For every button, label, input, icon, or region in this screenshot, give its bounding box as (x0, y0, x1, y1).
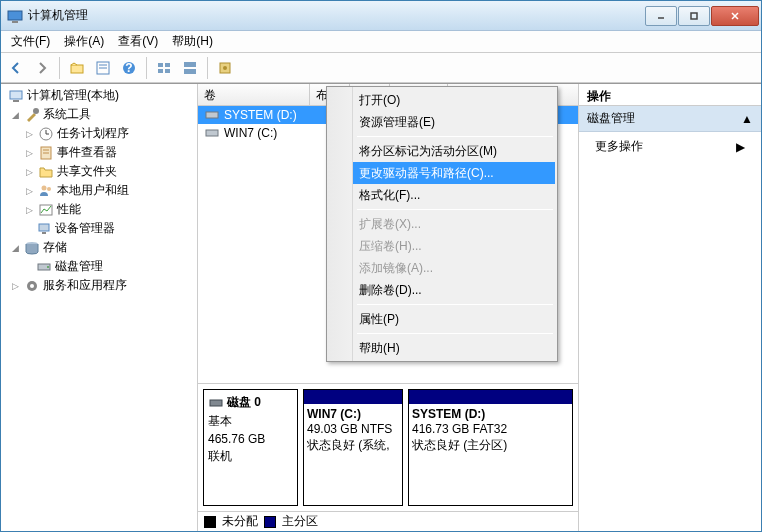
properties-button[interactable] (92, 57, 114, 79)
tools-icon (24, 107, 40, 123)
svg-rect-15 (165, 69, 170, 73)
back-button[interactable] (5, 57, 27, 79)
svg-rect-3 (691, 13, 697, 19)
services-icon (24, 278, 40, 294)
svg-rect-6 (71, 65, 83, 73)
volume-icon (204, 107, 220, 123)
actions-pane: 操作 磁盘管理 ▲ 更多操作 ▶ (579, 84, 761, 531)
expander-icon[interactable]: ▷ (10, 280, 21, 291)
legend-unallocated-label: 未分配 (222, 513, 258, 530)
view-button-2[interactable] (179, 57, 201, 79)
legend-primary-icon (264, 516, 276, 528)
tree-system-tools[interactable]: ◢ 系统工具 (1, 105, 197, 124)
tree-event-viewer[interactable]: ▷ 事件查看器 (1, 143, 197, 162)
toolbar: ? (1, 53, 761, 83)
clock-icon (38, 126, 54, 142)
ctx-mirror: 添加镜像(A)... (329, 257, 555, 279)
volume-icon (204, 125, 220, 141)
svg-rect-39 (206, 112, 218, 118)
window-buttons (645, 6, 759, 26)
minimize-button[interactable] (645, 6, 677, 26)
svg-rect-40 (206, 130, 218, 136)
close-button[interactable] (711, 6, 759, 26)
ctx-help[interactable]: 帮助(H) (329, 337, 555, 359)
col-volume[interactable]: 卷 (198, 84, 310, 105)
content-area: 计算机管理(本地) ◢ 系统工具 ▷ 任务计划程序 ▷ 事件查看器 (1, 83, 761, 531)
tree-performance[interactable]: ▷ 性能 (1, 200, 197, 219)
ctx-change-letter[interactable]: 更改驱动器号和路径(C)... (329, 162, 555, 184)
tree-disk-management[interactable]: 磁盘管理 (1, 257, 197, 276)
ctx-shrink: 压缩卷(H)... (329, 235, 555, 257)
tree-root[interactable]: 计算机管理(本地) (1, 86, 197, 105)
expander-icon[interactable]: ▷ (24, 185, 35, 196)
ctx-format[interactable]: 格式化(F)... (329, 184, 555, 206)
tree-task-scheduler[interactable]: ▷ 任务计划程序 (1, 124, 197, 143)
ctx-open[interactable]: 打开(O) (329, 89, 555, 111)
partition-system[interactable]: SYSTEM (D:) 416.73 GB FAT32 状态良好 (主分区) (408, 389, 573, 506)
svg-rect-0 (8, 11, 22, 20)
svg-rect-17 (184, 69, 196, 74)
expander-icon[interactable]: ◢ (10, 242, 21, 253)
view-button-1[interactable] (153, 57, 175, 79)
folder-icon (38, 164, 54, 180)
menu-operation[interactable]: 操作(A) (58, 31, 110, 52)
up-button[interactable] (66, 57, 88, 79)
device-icon (36, 221, 52, 237)
users-icon (38, 183, 54, 199)
svg-rect-12 (158, 63, 163, 67)
expander-icon[interactable]: ▷ (24, 166, 35, 177)
svg-point-19 (223, 66, 227, 70)
context-menu: 打开(O) 资源管理器(E) 将分区标记为活动分区(M) 更改驱动器号和路径(C… (326, 86, 558, 362)
triangle-right-icon: ▶ (736, 140, 745, 154)
help-button[interactable]: ? (118, 57, 140, 79)
computer-management-window: 计算机管理 文件(F) 操作(A) 查看(V) 帮助(H) ? 计算 (0, 0, 762, 532)
ctx-extend: 扩展卷(X)... (329, 213, 555, 235)
forward-button[interactable] (31, 57, 53, 79)
disk-info-0[interactable]: 磁盘 0 基本 465.76 GB 联机 (203, 389, 298, 506)
svg-rect-21 (13, 100, 19, 102)
maximize-button[interactable] (678, 6, 710, 26)
actions-header: 操作 (579, 84, 761, 106)
tree-services-apps[interactable]: ▷ 服务和应用程序 (1, 276, 197, 295)
disk-icon (36, 259, 52, 275)
ctx-explorer[interactable]: 资源管理器(E) (329, 111, 555, 133)
svg-point-30 (47, 187, 51, 191)
expander-icon[interactable]: ▷ (24, 204, 35, 215)
disk-graphical-panel: 磁盘 0 基本 465.76 GB 联机 WIN7 (C:) 49.03 GB … (198, 383, 578, 531)
svg-point-38 (30, 284, 34, 288)
tree-local-users[interactable]: ▷ 本地用户和组 (1, 181, 197, 200)
svg-point-29 (42, 185, 47, 190)
storage-icon (24, 240, 40, 256)
svg-point-36 (47, 266, 49, 268)
expander-icon[interactable]: ▷ (24, 147, 35, 158)
ctx-mark-active[interactable]: 将分区标记为活动分区(M) (329, 140, 555, 162)
svg-rect-33 (42, 232, 46, 234)
svg-rect-32 (39, 224, 49, 231)
performance-icon (38, 202, 54, 218)
expander-icon[interactable]: ◢ (10, 109, 21, 120)
settings-button[interactable] (214, 57, 236, 79)
legend-unallocated-icon (204, 516, 216, 528)
svg-rect-14 (158, 69, 163, 73)
actions-more[interactable]: 更多操作 ▶ (579, 132, 761, 161)
svg-rect-20 (10, 91, 22, 99)
svg-text:?: ? (125, 61, 132, 75)
svg-point-22 (33, 108, 39, 114)
expander-icon[interactable]: ▷ (24, 128, 35, 139)
legend-primary-label: 主分区 (282, 513, 318, 530)
event-icon (38, 145, 54, 161)
partition-win7[interactable]: WIN7 (C:) 49.03 GB NTFS 状态良好 (系统, (303, 389, 403, 506)
legend: 未分配 主分区 (198, 511, 578, 531)
disk-row-0: 磁盘 0 基本 465.76 GB 联机 WIN7 (C:) 49.03 GB … (198, 384, 578, 511)
tree-shared-folders[interactable]: ▷ 共享文件夹 (1, 162, 197, 181)
tree-device-manager[interactable]: 设备管理器 (1, 219, 197, 238)
window-title: 计算机管理 (7, 7, 645, 24)
actions-disk-mgmt[interactable]: 磁盘管理 ▲ (579, 106, 761, 132)
ctx-properties[interactable]: 属性(P) (329, 308, 555, 330)
menu-view[interactable]: 查看(V) (112, 31, 164, 52)
computer-icon (8, 88, 24, 104)
ctx-delete[interactable]: 删除卷(D)... (329, 279, 555, 301)
menu-help[interactable]: 帮助(H) (166, 31, 219, 52)
tree-storage[interactable]: ◢ 存储 (1, 238, 197, 257)
menu-file[interactable]: 文件(F) (5, 31, 56, 52)
